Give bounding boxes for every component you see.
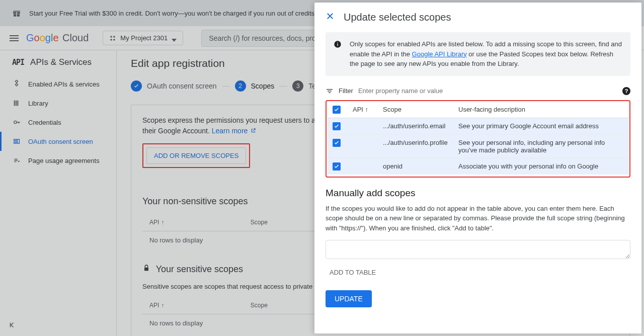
table-row[interactable]: .../auth/userinfo.profile See your perso… <box>328 134 628 158</box>
scopes-table: API ↑ Scope User-facing description .../… <box>328 102 628 175</box>
row-checkbox[interactable] <box>333 139 341 147</box>
manual-add-title: Manually add scopes <box>326 188 630 199</box>
highlight-box: API ↑ Scope User-facing description .../… <box>326 100 630 178</box>
col-api[interactable]: API ↑ <box>348 102 378 118</box>
table-row[interactable]: openid Associate you with your personal … <box>328 158 628 175</box>
google-api-library-link[interactable]: Google API Library <box>412 50 467 58</box>
desc-cell: See your personal info, including any pe… <box>453 134 628 158</box>
select-all-checkbox[interactable] <box>333 106 341 114</box>
filter-icon[interactable] <box>326 87 334 95</box>
scope-cell: .../auth/userinfo.email <box>378 118 453 134</box>
filter-label: Filter <box>339 87 353 95</box>
scope-cell: openid <box>378 158 453 175</box>
svg-rect-25 <box>329 92 331 93</box>
manual-scopes-textarea[interactable] <box>326 240 630 259</box>
help-icon[interactable]: ? <box>622 87 630 95</box>
col-scope[interactable]: Scope <box>378 102 453 118</box>
desc-cell: See your primary Google Account email ad… <box>453 118 628 134</box>
svg-rect-24 <box>328 91 332 91</box>
info-icon <box>334 40 342 48</box>
scope-cell: .../auth/userinfo.profile <box>378 134 453 158</box>
col-desc[interactable]: User-facing description <box>453 102 628 118</box>
manual-add-help: If the scopes you would like to add do n… <box>326 204 630 233</box>
table-row[interactable]: .../auth/userinfo.email See your primary… <box>328 118 628 134</box>
desc-cell: Associate you with your personal info on… <box>453 158 628 175</box>
info-box: Only scopes for enabled APIs are listed … <box>326 32 630 76</box>
svg-rect-23 <box>327 89 333 90</box>
row-checkbox[interactable] <box>333 122 341 130</box>
filter-row: Filter ? <box>326 84 630 98</box>
panel-title: Update selected scopes <box>344 12 451 23</box>
update-button[interactable]: UPDATE <box>326 290 372 307</box>
update-scopes-panel: Update selected scopes Only scopes for e… <box>314 3 641 333</box>
row-checkbox[interactable] <box>333 162 341 171</box>
sort-asc-icon: ↑ <box>365 106 369 113</box>
add-to-table-button[interactable]: ADD TO TABLE <box>326 261 380 284</box>
filter-input[interactable] <box>358 87 617 95</box>
close-icon[interactable] <box>326 12 335 23</box>
svg-rect-21 <box>337 44 338 46</box>
svg-rect-22 <box>337 42 338 43</box>
